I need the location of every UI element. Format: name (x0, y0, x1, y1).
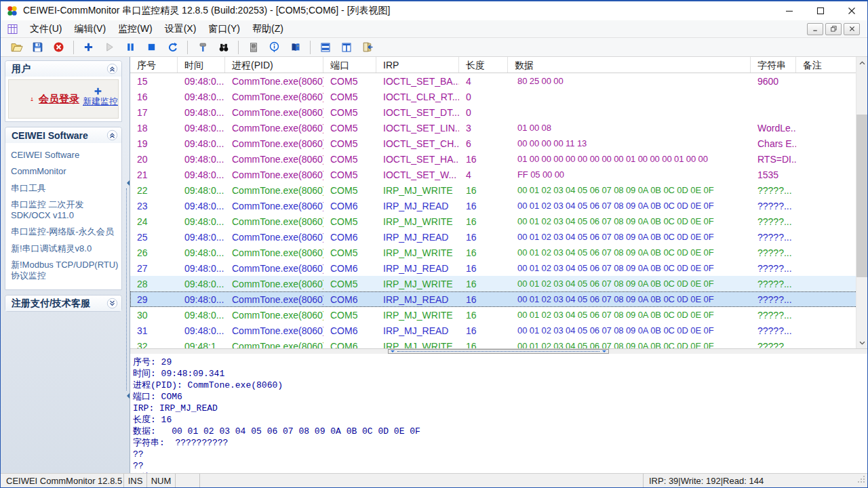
table-row-16[interactable]: 1609:48:0...CommTone.exe(8060)COM5IOCTL_… (130, 89, 857, 104)
help-book-button[interactable] (285, 39, 306, 56)
sidebar-link-0[interactable]: CEIWEI Software (11, 147, 119, 163)
cell-irp: IRP_MJ_WRITE (376, 310, 459, 321)
table-row-15[interactable]: 1509:48:0...CommTone.exe(8060)COM5IOCTL_… (130, 73, 857, 89)
delete-icon (53, 41, 64, 53)
horizontal-splitter[interactable] (130, 348, 867, 354)
sidebar-link-1[interactable]: CommMonitor (11, 163, 119, 180)
column-header-2[interactable]: 进程(PID) (225, 57, 323, 73)
new-monitor-link[interactable]: 新建监控 (83, 96, 118, 108)
close-button[interactable] (836, 1, 867, 20)
sidebar-section-user-header[interactable]: 用户 (5, 61, 121, 77)
column-header-0[interactable]: 序号 (130, 57, 178, 73)
column-header-1[interactable]: 时间 (178, 57, 225, 73)
cell-data: 00 01 02 03 04 05 06 07 08 09 0A 0B 0C 0… (508, 263, 751, 273)
menu-item-1[interactable]: 编辑(V) (68, 20, 112, 38)
cell-len: 6 (459, 138, 508, 149)
status-empty-segment (176, 474, 200, 487)
cell-len: 16 (459, 247, 508, 258)
split-horizontal-button[interactable] (315, 39, 336, 56)
status-app-name: CEIWEI CommMonitor 12.8.5 (1, 474, 124, 487)
table-row-25[interactable]: 2509:48:0...CommTone.exe(8060)COM6IRP_MJ… (130, 229, 857, 245)
cell-port: COM5 (323, 279, 376, 289)
column-header-5[interactable]: 长度 (459, 57, 508, 73)
table-row-31[interactable]: 3109:48:0...CommTone.exe(8060)COM6IRP_MJ… (130, 323, 857, 338)
maximize-button[interactable] (805, 1, 836, 20)
table-row-28[interactable]: 2809:48:0...CommTone.exe(8060)COM5IRP_MJ… (130, 276, 857, 291)
table-row-23[interactable]: 2309:48:0...CommTone.exe(8060)COM6IRP_MJ… (130, 198, 857, 214)
table-row-19[interactable]: 1909:48:0...CommTone.exe(8060)COM5IOCTL_… (130, 136, 857, 151)
table-vertical-scrollbar[interactable] (856, 57, 867, 348)
table-row-17[interactable]: 1709:48:0...CommTone.exe(8060)COM5IOCTL_… (130, 104, 857, 120)
cell-process: CommTone.exe(8060) (225, 107, 323, 118)
exit-button[interactable] (357, 39, 378, 56)
menu-item-3[interactable]: 设置(X) (159, 20, 203, 38)
vertical-splitter[interactable] (124, 57, 130, 473)
splitter-collapse-bar[interactable] (388, 349, 609, 354)
scroll-down-arrow-icon[interactable] (856, 337, 867, 348)
table-row-24[interactable]: 2409:48:0...CommTone.exe(8060)COM5IRP_MJ… (130, 214, 857, 229)
column-header-4[interactable]: IRP (376, 57, 459, 73)
mdi-close-button[interactable] (844, 23, 860, 35)
pause-button[interactable] (120, 39, 141, 56)
find-button[interactable] (213, 39, 234, 56)
device-button[interactable] (243, 39, 264, 56)
minimize-button[interactable] (774, 1, 805, 20)
mdi-restore-button[interactable] (825, 23, 842, 35)
title-bar: CEIWEI-CommMonitor 串口监控精灵 12.8.5 (Build:… (1, 1, 867, 20)
table-row-22[interactable]: 2209:48:0...CommTone.exe(8060)COM5IRP_MJ… (130, 182, 857, 198)
member-login-link[interactable]: 会员登录 (39, 93, 79, 106)
start-button[interactable] (99, 39, 120, 56)
cell-seq: 31 (130, 325, 178, 336)
cell-irp: IRP_MJ_WRITE (376, 341, 459, 349)
cell-irp: IOCTL_CLR_RT... (376, 92, 459, 102)
cell-process: CommTone.exe(8060) (225, 154, 323, 165)
sidebar-section-software-header[interactable]: CEIWEI Software (5, 127, 121, 143)
cell-str: RTS=DI... (751, 154, 796, 165)
column-header-8[interactable]: 备注 (796, 57, 857, 73)
table-row-29[interactable]: 2909:48:0...CommTone.exe(8060)COM6IRP_MJ… (130, 291, 857, 307)
table-row-30[interactable]: 3009:48:0...CommTone.exe(8060)COM5IRP_MJ… (130, 307, 857, 323)
table-row-20[interactable]: 2009:48:0...CommTone.exe(8060)COM5IOCTL_… (130, 151, 857, 167)
app-logo-icon (6, 5, 18, 17)
scrollbar-thumb[interactable] (856, 115, 867, 277)
stop-button[interactable] (141, 39, 162, 56)
column-header-7[interactable]: 字符串 (751, 57, 796, 73)
add-monitor-button[interactable] (78, 39, 99, 56)
cell-seq: 30 (130, 310, 178, 321)
about-button[interactable] (264, 39, 285, 56)
restart-icon (167, 42, 178, 53)
menu-item-5[interactable]: 帮助(Z) (246, 20, 290, 38)
delete-button[interactable] (48, 39, 69, 56)
table-row-27[interactable]: 2709:48:0...CommTone.exe(8060)COM6IRP_MJ… (130, 260, 857, 276)
menu-item-2[interactable]: 监控(W) (112, 20, 159, 38)
sidebar-link-4[interactable]: 串口监控-网络版-永久会员 (11, 224, 119, 240)
save-button[interactable] (27, 39, 48, 56)
sidebar-link-5[interactable]: 新!串口调试精灵v8.0 (11, 241, 119, 257)
sidebar-panel-user: 用户 会员登录 新建监控 (5, 60, 122, 122)
cell-time: 09:48:0... (178, 216, 225, 227)
sidebar-section-register-header[interactable]: 注册支付/技术客服 (5, 296, 121, 311)
resize-grip[interactable] (857, 475, 865, 485)
sidebar-link-3[interactable]: 串口监控 二次开发SDK/OCX v11.0 (11, 197, 119, 224)
column-header-3[interactable]: 端口 (323, 57, 376, 73)
open-file-button[interactable] (6, 39, 27, 56)
tools-button[interactable] (192, 39, 213, 56)
table-row-18[interactable]: 1809:48:0...CommTone.exe(8060)COM5IOCTL_… (130, 120, 857, 136)
table-row-32[interactable]: 3209:48:1...CommTone.exe(8060)COM6IRP_MJ… (130, 338, 857, 348)
sidebar-link-2[interactable]: 串口工具 (11, 180, 119, 197)
cell-str: 9600 (751, 76, 796, 87)
table-row-26[interactable]: 2609:48:0...CommTone.exe(8060)COM5IRP_MJ… (130, 245, 857, 260)
detail-line-4: IRP: IRP_MJ_READ (133, 403, 867, 414)
split-vertical-button[interactable] (336, 39, 357, 56)
table-row-21[interactable]: 2109:48:0...CommTone.exe(8060)COM5IOCTL_… (130, 167, 857, 182)
sidebar-link-6[interactable]: 新!Modbus TCP/UDP(RTU)协议监控 (11, 257, 119, 285)
column-header-6[interactable]: 数据 (508, 57, 751, 73)
cell-str: ?????... (751, 232, 796, 243)
menu-item-0[interactable]: 文件(U) (24, 20, 68, 38)
cell-data: 00 01 02 03 04 05 06 07 08 09 0A 0B 0C 0… (508, 216, 751, 226)
scroll-up-arrow-icon[interactable] (856, 57, 867, 68)
mdi-minimize-button[interactable] (807, 23, 823, 35)
cell-len: 16 (459, 263, 508, 274)
menu-item-4[interactable]: 窗口(Y) (202, 20, 246, 38)
restart-button[interactable] (162, 39, 183, 56)
